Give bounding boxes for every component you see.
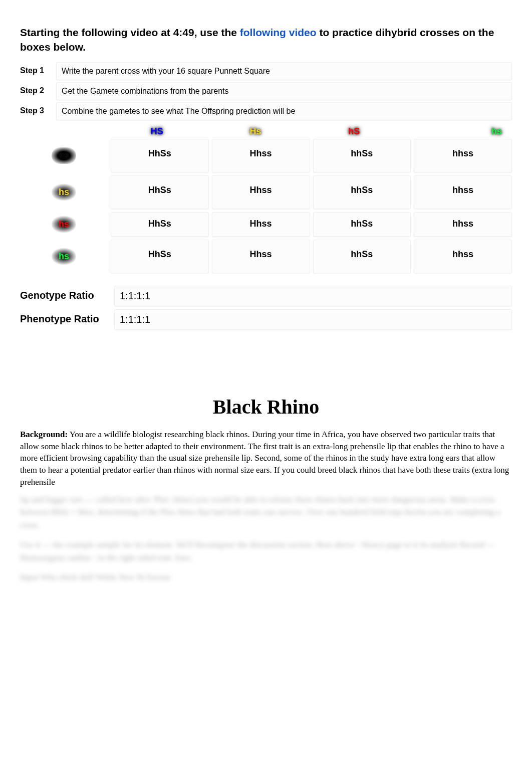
step-1-input[interactable]: Write the parent cross with your 16 squa… [56, 62, 512, 80]
phenotype-ratio-row: Phenotype Ratio 1:1:1:1 [20, 309, 512, 330]
row-header-1-text: hs [52, 147, 76, 164]
step-2-input[interactable]: Get the Gamete combinations from the par… [56, 82, 512, 100]
punnett-cell-4-4[interactable]: hhss [414, 240, 512, 273]
punnett-row-1: hs HhSs Hhss hhSs hhss [20, 139, 512, 172]
step-row-1: Step 1 Write the parent cross with your … [20, 62, 512, 80]
punnett-cell-3-4[interactable]: hhss [414, 212, 512, 237]
punnett-cell-2-3[interactable]: hhSs [313, 175, 411, 209]
col-header-3: hS [305, 124, 404, 139]
punnett-cell-2-1[interactable]: HhSs [111, 175, 209, 209]
row-header-2-text: hs [52, 184, 76, 201]
punnett-cell-4-3[interactable]: hhSs [313, 240, 411, 273]
col-header-2: Hs [206, 124, 305, 139]
col-header-4: hs [403, 124, 512, 139]
faded-line-2: Use it — the example sample for its elem… [20, 538, 512, 564]
row-header-4-text: hs [52, 248, 76, 265]
phenotype-ratio-label: Phenotype Ratio [20, 309, 110, 330]
punnett-cell-1-3[interactable]: hhSs [313, 139, 411, 172]
punnett-cell-1-4[interactable]: hhss [414, 139, 512, 172]
row-header-1: hs [20, 139, 108, 172]
step-3-input[interactable]: Combine the gametes to see what The Offs… [56, 102, 512, 120]
faded-content: lip and bigger ears — called here after … [20, 493, 512, 584]
punnett-cell-3-3[interactable]: hhSs [313, 212, 411, 237]
punnett-col-headers: HS Hs hS hs [20, 124, 512, 139]
faded-line-3: Input Who chick skill While New fit Favo… [20, 571, 512, 584]
phenotype-ratio-input[interactable]: 1:1:1:1 [114, 309, 512, 330]
genotype-ratio-label: Genotype Ratio [20, 286, 110, 306]
row-header-2: hs [20, 175, 108, 209]
punnett-square: HS Hs hS hs hs HhSs Hhss hhSs hhss hs Hh… [20, 124, 512, 273]
faded-line-1: lip and bigger ears — called here after … [20, 493, 512, 532]
genotype-ratio-input[interactable]: 1:1:1:1 [114, 286, 512, 306]
punnett-cell-3-1[interactable]: HhSs [111, 212, 209, 237]
punnett-cell-2-4[interactable]: hhss [414, 175, 512, 209]
punnett-cell-4-1[interactable]: HhSs [111, 240, 209, 273]
corner-spacer [20, 124, 108, 139]
following-video-link[interactable]: following video [240, 27, 317, 38]
punnett-row-3: hs HhSs Hhss hhSs hhss [20, 212, 512, 237]
step-2-label: Step 2 [20, 82, 52, 100]
col-header-1: HS [108, 124, 206, 139]
row-header-4: hs [20, 240, 108, 273]
punnett-row-4: hs HhSs Hhss hhSs hhss [20, 240, 512, 273]
intro-heading: Starting the following video at 4:49, us… [20, 25, 512, 55]
row-header-3: hs [20, 212, 108, 237]
step-row-3: Step 3 Combine the gametes to see what T… [20, 102, 512, 120]
punnett-cell-4-2[interactable]: Hhss [212, 240, 310, 273]
punnett-row-2: hs HhSs Hhss hhSs hhss [20, 175, 512, 209]
background-text: You are a wildlife biologist researching… [20, 430, 509, 487]
black-rhino-title: Black Rhino [20, 395, 512, 419]
step-3-label: Step 3 [20, 102, 52, 120]
punnett-cell-1-1[interactable]: HhSs [111, 139, 209, 172]
intro-prefix: Starting the following video at 4:49, us… [20, 27, 240, 38]
punnett-cell-3-2[interactable]: Hhss [212, 212, 310, 237]
step-row-2: Step 2 Get the Gamete combinations from … [20, 82, 512, 100]
punnett-cell-2-2[interactable]: Hhss [212, 175, 310, 209]
punnett-cell-1-2[interactable]: Hhss [212, 139, 310, 172]
background-label: Background: [20, 430, 68, 439]
genotype-ratio-row: Genotype Ratio 1:1:1:1 [20, 286, 512, 306]
step-1-label: Step 1 [20, 62, 52, 80]
row-header-3-text: hs [52, 216, 76, 233]
background-paragraph: Background: You are a wildlife biologist… [20, 429, 512, 488]
